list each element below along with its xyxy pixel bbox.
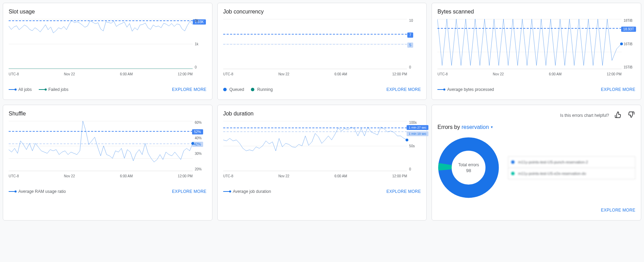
y-tick: 10 (409, 19, 421, 22)
card-title: Errors by reservation (437, 124, 635, 130)
card-bytes-scanned: Bytes scanned 18.93T 18TiB 16TiB 15TiB U… (432, 3, 641, 100)
x-tick: UTC-8 (223, 72, 233, 76)
y-tick: 0 (195, 66, 207, 69)
thumbs-down-button[interactable] (627, 111, 635, 120)
helpful-text: Is this errors chart helpful? (560, 113, 609, 118)
card-title: Bytes scanned (437, 9, 635, 15)
explore-more-button[interactable]: EXPLORE MORE (172, 85, 207, 94)
legend-label: Failed jobs (48, 87, 69, 92)
x-tick: 12:00 PM (178, 72, 193, 76)
x-tick: 6:00 AM (120, 174, 133, 178)
x-tick: UTC-8 (437, 72, 447, 76)
x-tick: UTC-8 (9, 72, 19, 76)
y-tick: 1k (195, 43, 207, 46)
x-tick: UTC-8 (223, 174, 233, 178)
errors-groupby-dropdown[interactable]: reservation (462, 124, 493, 130)
chart-slot-usage: 1.93K 2k 1k 0 UTC-8 Nov 22 6:00 AM 12:00… (9, 19, 207, 76)
x-tick: 6:00 AM (334, 174, 347, 178)
card-shuffle: Shuffle 52% 42% 60% 40% 30% 20% (3, 105, 212, 221)
legend-label: m11y-points-test-US-punch-reservation-2 (518, 160, 588, 164)
legend-label: Running (257, 87, 273, 92)
explore-more-button[interactable]: EXPLORE MORE (387, 85, 421, 94)
x-tick: 12:00 PM (607, 72, 622, 76)
explore-more-button[interactable]: EXPLORE MORE (601, 206, 635, 215)
card-errors: Is this errors chart helpful? Errors by … (432, 105, 641, 221)
card-job-duration: Job duration 1 min 27 sec 1 min 19 sec 1… (217, 105, 427, 221)
helpful-row: Is this errors chart helpful? (437, 111, 635, 124)
x-tick: Nov 22 (278, 72, 289, 76)
thumbs-up-icon (615, 111, 622, 118)
x-tick: 12:00 PM (392, 174, 407, 178)
legend-label: m11y-points-test-US-e2e-reservation-do (518, 171, 586, 176)
y-tick: 50s (409, 144, 421, 148)
y-tick: 20% (195, 168, 207, 171)
card-title: Shuffle (9, 111, 207, 117)
legend-label: Average bytes processed (447, 87, 494, 92)
chart-job-concurrency: 7 5 10 . 0 UTC-8 Nov 22 6:00 AM 12:00 PM (223, 19, 421, 76)
explore-more-button[interactable]: EXPLORE MORE (172, 187, 207, 196)
x-tick: UTC-8 (9, 174, 19, 178)
legend-row: All jobs Failed jobs EXPLORE MORE (9, 85, 207, 94)
y-tick: 15TiB (624, 66, 635, 69)
x-tick: Nov 22 (64, 174, 75, 178)
y-tick: 40% (195, 137, 207, 140)
thumbs-down-icon (628, 111, 635, 118)
x-tick: Nov 22 (493, 72, 504, 76)
errors-donut-chart: Total errors 98 (437, 137, 500, 199)
chart-job-duration: 1 min 27 sec 1 min 19 sec 100s 50s 0 UTC… (223, 121, 421, 178)
donut-center-value: 98 (458, 168, 479, 173)
explore-more-button[interactable]: EXPLORE MORE (387, 187, 421, 196)
x-tick: 6:00 AM (549, 72, 562, 76)
errors-legend: m11y-points-test-US-punch-reservation-2 … (508, 156, 635, 179)
explore-more-button[interactable]: EXPLORE MORE (601, 85, 635, 94)
card-job-concurrency: Job concurrency 7 5 10 . 0 UTC-8 Nov 22 … (217, 3, 427, 100)
x-tick: 12:00 PM (392, 72, 407, 76)
x-tick: 6:00 AM (120, 72, 133, 76)
donut-center-label: Total errors (458, 162, 479, 167)
dashboard-grid: Slot usage 1.93K 2k 1k 0 UTC-8 Nov 22 (3, 3, 641, 221)
y-tick: 16TiB (624, 43, 635, 46)
chart-bytes-scanned: 18.93T 18TiB 16TiB 15TiB UTC-8 Nov 22 6:… (437, 19, 635, 76)
x-tick: Nov 22 (64, 72, 75, 76)
legend-label: All jobs (18, 87, 32, 92)
y-tick: 0 (409, 66, 421, 69)
card-title: Job duration (223, 111, 421, 117)
y-tick: 30% (195, 152, 207, 156)
chart-shuffle: 52% 42% 60% 40% 30% 20% UTC-8 Nov 22 6:0… (9, 121, 207, 178)
y-tick: 100s (409, 121, 421, 124)
legend-label: Average job duration (233, 189, 271, 194)
x-tick: 12:00 PM (178, 174, 193, 178)
y-tick: 18TiB (624, 19, 635, 22)
y-tick: 0 (409, 168, 421, 171)
card-title: Slot usage (9, 9, 207, 15)
y-tick: 2k (195, 19, 207, 22)
card-title: Job concurrency (223, 9, 421, 15)
x-tick: 6:00 AM (334, 72, 347, 76)
y-tick: 60% (195, 121, 207, 124)
thumbs-up-button[interactable] (614, 111, 622, 120)
card-slot-usage: Slot usage 1.93K 2k 1k 0 UTC-8 Nov 22 (3, 3, 212, 100)
legend-label: Average RAM usage ratio (18, 189, 66, 194)
x-tick: Nov 22 (278, 174, 289, 178)
legend-label: Queued (229, 87, 244, 92)
